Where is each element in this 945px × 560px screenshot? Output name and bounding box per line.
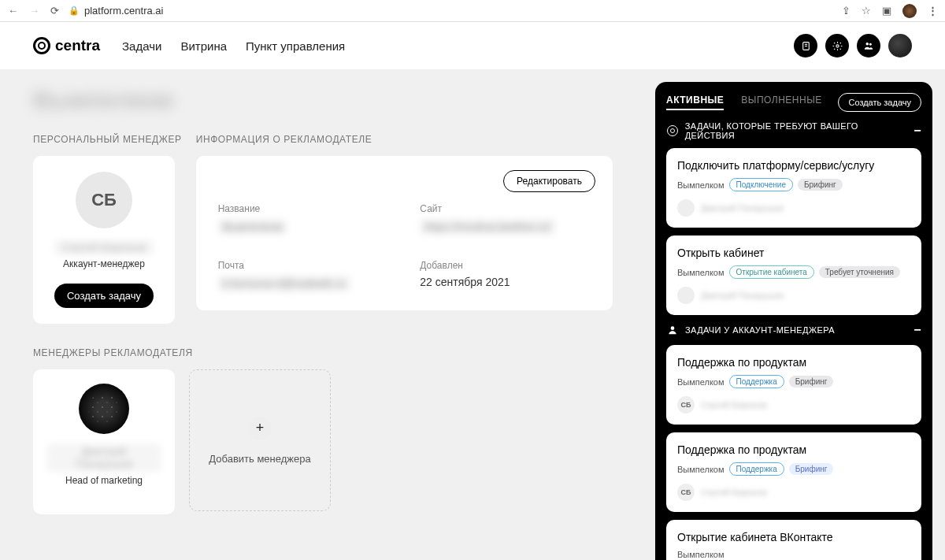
task-tag: Требует уточнения (819, 266, 900, 278)
profile-avatar[interactable] (902, 4, 917, 18)
manager-name: Сергей Бирюков (54, 239, 154, 255)
task-company: Вымпелком (677, 268, 724, 277)
field-name-label: Название (218, 203, 389, 214)
task-tag: Поддержка (729, 375, 784, 388)
svg-point-4 (866, 43, 869, 46)
add-manager-button[interactable]: + Добавить менеджера (189, 369, 331, 511)
task-tag: Открытие кабинета (729, 265, 814, 279)
task-card[interactable]: Подключить платформу/сервис/услугуВымпел… (666, 148, 921, 228)
assignee-avatar (677, 199, 695, 217)
field-added-value: 22 сентября 2021 (420, 276, 591, 288)
nav-tasks[interactable]: Задачи (122, 39, 161, 53)
nav-showcase[interactable]: Витрина (180, 39, 227, 53)
sidebar-create-task-button[interactable]: Создать задачу (838, 93, 921, 112)
task-title: Поддержка по продуктам (677, 443, 910, 456)
users-button[interactable] (857, 34, 880, 57)
task-tag: Поддержка (729, 462, 784, 476)
tasks-sidebar: АКТИВНЫЕ ВЫПОЛНЕННЫЕ Создать задачу ЗАДА… (655, 82, 932, 560)
nav-control[interactable]: Пункт управления (246, 39, 345, 53)
browser-chrome: ← → ⟳ 🔒 platform.centra.ai ⇪ ☆ ▣ ⋮ (0, 0, 945, 22)
share-icon[interactable]: ⇪ (842, 5, 850, 17)
section-advertiser-managers: МЕНЕДЖЕРЫ РЕКЛАМОДАТЕЛЯ (33, 347, 613, 358)
kebab-icon[interactable]: ⋮ (928, 5, 937, 17)
task-title: Открытие кабинета ВКонтакте (677, 531, 910, 543)
task-tag: Брифинг (789, 376, 834, 388)
edit-button[interactable]: Редактировать (503, 170, 595, 192)
docs-button[interactable] (794, 34, 817, 57)
person-icon (666, 324, 679, 336)
advertiser-manager-role: Head of marketing (65, 475, 143, 486)
field-name-value: Вымпелком (218, 219, 287, 235)
field-email-label: Почта (218, 260, 389, 271)
task-tag: Брифинг (798, 179, 843, 191)
forward-icon[interactable]: → (29, 5, 39, 17)
settings-button[interactable] (825, 34, 849, 57)
field-site-label: Сайт (420, 203, 591, 214)
reload-icon[interactable]: ⟳ (50, 5, 59, 17)
logo[interactable]: centra (33, 37, 100, 54)
logo-icon (33, 37, 50, 54)
collapse-icon[interactable]: − (914, 323, 921, 337)
back-icon[interactable]: ← (8, 5, 18, 17)
section-personal-manager: ПЕРСОНАЛЬНЫЙ МЕНЕДЖЕР (33, 134, 182, 145)
task-company: Вымпелком (677, 550, 724, 559)
lock-icon: 🔒 (69, 6, 80, 16)
assignee-avatar: СБ (677, 484, 695, 501)
assignee-avatar (677, 287, 695, 304)
section-at-manager: ЗАДАЧИ У АККАУНТ-МЕНЕДЖЕРА − (666, 323, 921, 337)
advertiser-manager-avatar (79, 384, 129, 434)
section-at-manager-label: ЗАДАЧИ У АККАУНТ-МЕНЕДЖЕРА (685, 325, 835, 335)
assignee-name: Дмитрий Панкрушев (701, 291, 784, 300)
plus-icon: + (248, 417, 272, 440)
task-title: Открыть кабинет (677, 247, 910, 259)
section-action-required: ЗАДАЧИ, КОТОРЫЕ ТРЕБУЮТ ВАШЕГО ДЕЙСТВИЯ … (666, 121, 921, 140)
manager-avatar: СБ (76, 172, 132, 228)
star-icon[interactable]: ☆ (862, 5, 871, 17)
assignee-name: Сергей Бирюков (701, 400, 767, 410)
create-task-button[interactable]: Создать задачу (54, 284, 154, 308)
assignee-name: Сергей Бирюков (701, 488, 767, 497)
section-advertiser-info: ИНФОРМАЦИЯ О РЕКЛАМОДАТЕЛЕ (196, 134, 613, 145)
assignee-name: Дмитрий Панкрушев (701, 203, 784, 213)
tab-done[interactable]: ВЫПОЛНЕННЫЕ (741, 95, 821, 110)
task-card[interactable]: Открытие кабинета ВКонтактеВымпелком (666, 520, 921, 560)
assignee-avatar: СБ (677, 396, 695, 414)
task-card[interactable]: Поддержка по продуктамВымпелкомПоддержка… (666, 432, 921, 512)
advertiser-manager-card: Дмитрий Панкрушев Head of marketing (33, 369, 175, 514)
task-tag: Брифинг (789, 463, 834, 475)
add-manager-label: Добавить менеджера (209, 453, 310, 465)
task-title: Поддержка по продуктам (677, 356, 910, 369)
main-nav: Задачи Витрина Пункт управления (122, 39, 345, 53)
tab-active[interactable]: АКТИВНЫЕ (666, 95, 724, 110)
field-site-value: https://moskva.beeline.ru/ (420, 219, 555, 235)
target-icon (666, 124, 679, 137)
field-added-label: Добавлен (420, 260, 591, 271)
task-company: Вымпелком (677, 377, 724, 387)
collapse-icon[interactable]: − (914, 124, 921, 138)
app-header: centra Задачи Витрина Пункт управления (0, 22, 945, 69)
svg-point-5 (869, 43, 872, 46)
personal-manager-card: СБ Сергей Бирюков Аккаунт-менеджер Созда… (33, 156, 175, 324)
manager-role: Аккаунт-менеджер (63, 258, 145, 269)
panel-icon[interactable]: ▣ (882, 5, 891, 17)
url-text: platform.centra.ai (84, 5, 163, 17)
task-company: Вымпелком (677, 180, 724, 190)
field-email-value: k.borisova-d@realweb.ru (218, 276, 350, 291)
advertiser-manager-name: Дмитрий Панкрушев (47, 443, 161, 472)
task-tag: Подключение (729, 178, 793, 191)
brand-text: centra (55, 37, 100, 54)
task-card[interactable]: Поддержка по продуктамВымпелкомПоддержка… (666, 345, 921, 425)
user-avatar[interactable] (888, 34, 912, 57)
task-card[interactable]: Открыть кабинетВымпелкомОткрытие кабинет… (666, 235, 921, 315)
task-company: Вымпелком (677, 465, 724, 474)
section-action-required-label: ЗАДАЧИ, КОТОРЫЕ ТРЕБУЮТ ВАШЕГО ДЕЙСТВИЯ (685, 121, 907, 140)
task-title: Подключить платформу/сервис/услугу (677, 159, 910, 172)
svg-point-3 (836, 44, 838, 46)
page-title: Вымпелком (33, 87, 613, 113)
advertiser-info-card: Редактировать Название Вымпелком Сайт ht… (196, 156, 613, 310)
svg-point-6 (671, 326, 675, 330)
